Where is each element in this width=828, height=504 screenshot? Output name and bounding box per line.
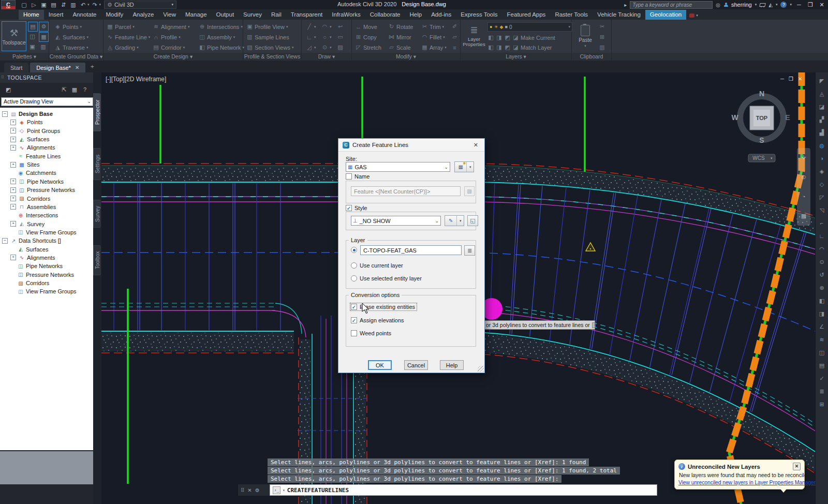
weed-points-checkbox[interactable]	[351, 330, 357, 336]
nav-ghost-icon[interactable]: ▦	[801, 213, 806, 219]
dialog-titlebar[interactable]: C Create Feature Lines ✕	[338, 139, 484, 152]
assembly-button[interactable]: ◫Assembly▾	[199, 32, 235, 42]
clipboard-tool-button[interactable]: ✂	[599, 22, 605, 32]
redo-icon[interactable]: ↷	[91, 1, 99, 9]
command-input[interactable]: ›_ ▾ CREATEFEATURELINES	[270, 484, 657, 496]
ribbon-tab-insert[interactable]: Insert	[44, 10, 68, 20]
select-tool-icon[interactable]: ◹	[816, 205, 828, 215]
close-tab-icon[interactable]: ✕	[75, 65, 79, 70]
minimize-button[interactable]: ─	[795, 2, 803, 8]
edit-style-button[interactable]: ✎ ▾	[445, 215, 464, 226]
store-cart-icon[interactable]	[760, 3, 765, 7]
chevron-down-icon[interactable]: ▾	[442, 25, 445, 29]
chevron-down-icon[interactable]: ▾	[87, 3, 90, 7]
tree-item-survey[interactable]: +◭Survey	[0, 220, 93, 228]
ribbon-tab-transparent[interactable]: Transparent	[286, 10, 328, 20]
chevron-down-icon[interactable]: ▾	[149, 35, 151, 39]
block-tool-icon[interactable]: ◫	[816, 347, 828, 358]
mirror-button[interactable]: ⋈Mirror	[388, 32, 411, 42]
signin-username[interactable]: sherring	[731, 2, 752, 8]
viewport-controls-label[interactable]: [-][Top][2D Wireframe]	[106, 76, 166, 83]
active-drawing-view-dropdown[interactable]: Active Drawing View⌄	[1, 97, 93, 106]
chevron-down-icon[interactable]: ▾	[584, 44, 586, 48]
viewport-tools-icon[interactable]: ◤	[816, 76, 828, 86]
zoom-tool-icon[interactable]: ⊕	[816, 283, 828, 293]
close-button[interactable]: ✕	[818, 2, 826, 8]
alignment-button[interactable]: ≋Alignment▾	[153, 22, 189, 32]
civil3d-app-icon[interactable]: CC3D	[1, 0, 16, 9]
drag-handle-icon[interactable]: ⠿	[241, 487, 244, 493]
paste-button[interactable]: Paste▾	[576, 22, 595, 51]
tree-item-point-groups[interactable]: +◇Point Groups	[0, 127, 93, 135]
layer-tool-icon[interactable]: ◧	[487, 44, 494, 51]
chevron-down-icon[interactable]: ▾	[314, 25, 316, 29]
layer-tool-icon[interactable]: ◧	[487, 34, 494, 41]
modify-extra-button[interactable]: ▱	[451, 32, 458, 42]
customize-wrench-icon[interactable]: ⚙	[255, 487, 260, 493]
clipboard-tool-button[interactable]: ▥	[599, 42, 605, 52]
tree-item-alignments[interactable]: +∿Alignments	[0, 143, 93, 152]
chevron-down-icon[interactable]: ▾	[443, 35, 445, 39]
draw-tool-button[interactable]: ⊙▾	[321, 42, 332, 52]
expand-icon[interactable]: +	[10, 204, 16, 210]
ribbon-tab-survey[interactable]: Survey	[239, 10, 267, 20]
annotate-tool-icon[interactable]: ✓	[816, 373, 828, 383]
tree-item-corridors[interactable]: +▨Corridors	[0, 195, 93, 203]
open-icon[interactable]: ▷	[29, 1, 38, 9]
table-tool-icon[interactable]: ▤	[816, 360, 828, 370]
chevron-down-icon[interactable]: ▾	[292, 46, 294, 50]
navigation-bar[interactable]: ✛⊙◔▦	[797, 148, 810, 226]
layer-tool-icon[interactable]: ◪	[512, 34, 519, 41]
tree-item-feature-lines[interactable]: ≈Feature Lines	[0, 152, 93, 160]
panel-title[interactable]: Layers ▾	[461, 53, 571, 61]
copy-button[interactable]: ⊞Copy	[355, 32, 377, 42]
tree-item-alignments[interactable]: +∿Alignments	[0, 254, 93, 262]
scale-gizmo-icon[interactable]: ◸	[816, 192, 828, 202]
ribbon-tab-view[interactable]: View	[158, 10, 181, 20]
chevron-down-icon[interactable]: ▾	[86, 35, 88, 39]
help-icon[interactable]: ?	[80, 86, 90, 93]
transfer-icon[interactable]: ⇵	[59, 1, 68, 9]
tree-item-corridors[interactable]: ▨Corridors	[0, 279, 93, 287]
polyline-tool-icon[interactable]: ∟	[816, 231, 828, 241]
data-shortcut-editor-icon[interactable]: ⇱	[59, 86, 69, 93]
chevron-down-icon[interactable]: ▾	[314, 35, 316, 39]
tree-item-pressure-networks[interactable]: ◫Pressure Networks	[0, 271, 93, 279]
ribbon-tab-raster-tools[interactable]: Raster Tools	[550, 10, 593, 20]
view-controls-icon[interactable]: ◪	[816, 101, 828, 112]
measure-icon[interactable]: ∠	[816, 321, 828, 332]
ribbon-tab-infraworks[interactable]: InfraWorks	[327, 10, 365, 20]
content-browser-icon[interactable]: ▣	[28, 42, 37, 51]
panel-title[interactable]: Create Ground Data ▾	[49, 53, 103, 61]
expand-icon[interactable]: +	[10, 196, 16, 201]
chevron-down-icon[interactable]: ▾	[314, 46, 316, 50]
chevron-down-icon[interactable]: ▾	[188, 25, 190, 29]
orbit-tool-icon[interactable]: ◨	[816, 308, 828, 319]
search-icon[interactable]: ◎	[716, 2, 720, 8]
rotate-gizmo-icon[interactable]: ◇	[816, 179, 828, 189]
help-icon[interactable]: ?	[780, 2, 787, 8]
draw-tool-button[interactable]: ◠▾	[321, 22, 332, 32]
expand-icon[interactable]: +	[10, 145, 16, 151]
draw-tool-button[interactable]: ▭	[337, 32, 344, 42]
search-expand-icon[interactable]: ▸	[624, 2, 627, 8]
tree-item-pipe-networks[interactable]: +◫Pipe Networks	[0, 177, 93, 186]
pipe-network-button[interactable]: ◧Pipe Network▾	[199, 42, 244, 52]
chevron-down-icon[interactable]: ▾	[330, 25, 332, 29]
tree-item-surfaces[interactable]: +◭Surfaces	[0, 135, 93, 143]
restore-button[interactable]: ❒	[806, 2, 815, 8]
close-command-icon[interactable]: ✕	[247, 487, 252, 493]
chevron-down-icon[interactable]: ▾	[80, 25, 82, 29]
plot-icon[interactable]: ▥	[69, 1, 78, 9]
panel-title[interactable]: Create Design ▾	[103, 53, 243, 61]
nav-ghost-icon[interactable]: ✛	[801, 154, 806, 161]
ribbon-tab-annotate[interactable]: Annotate	[68, 10, 101, 20]
side-tab-settings[interactable]: Settings	[93, 148, 101, 180]
chevron-down-icon[interactable]: ▾	[330, 35, 332, 39]
chevron-down-icon[interactable]: ▾	[283, 488, 285, 493]
tree-item-assemblies[interactable]: +⊓Assemblies	[0, 203, 93, 211]
undo-icon[interactable]: ↶	[79, 1, 87, 9]
intersections-button[interactable]: ⊕Intersections▾	[199, 22, 243, 32]
ribbon-tab-express-tools[interactable]: Express Tools	[456, 10, 502, 20]
grading-button[interactable]: ◬Grading▾	[107, 42, 139, 52]
